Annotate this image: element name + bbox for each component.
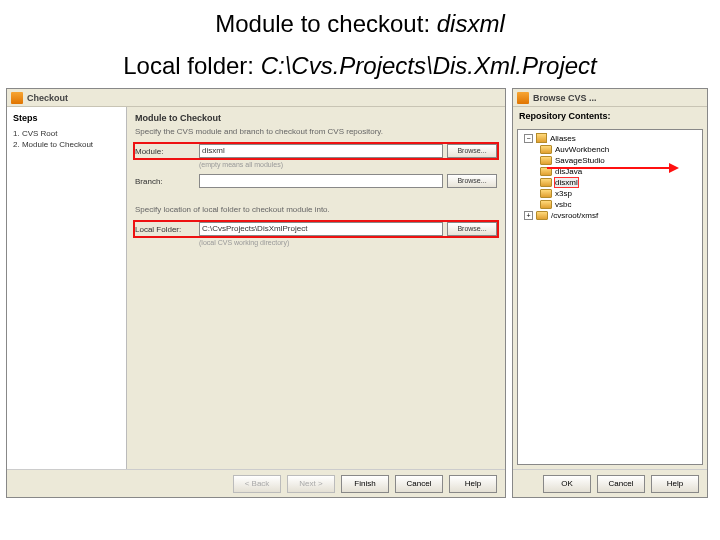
tree-item-disxml[interactable]: disxml (520, 177, 700, 188)
browse-cancel-button[interactable]: Cancel (597, 475, 645, 493)
folder-icon (540, 156, 552, 165)
tree-root[interactable]: − Aliases (520, 132, 700, 144)
branch-row: Branch: Browse... (135, 174, 497, 188)
folder-icon (536, 211, 548, 220)
browse-window: Browse CVS ... Repository Contents: − Al… (512, 88, 708, 498)
folder-hint: (local CVS working directory) (199, 239, 497, 246)
module-input[interactable]: disxml (199, 144, 443, 158)
checkout-body: Steps 1. CVS Root 2. Module to Checkout … (7, 107, 505, 469)
heading-prefix-2: Local folder: (123, 52, 260, 79)
slide-heading-line2: Local folder: C:\Cvs.Projects\Dis.Xml.Pr… (0, 42, 720, 84)
tree-label: vsbc (555, 200, 571, 209)
checkout-titlebar: Checkout (7, 89, 505, 107)
browse-body: Repository Contents: − Aliases AuvWorkbe… (513, 107, 707, 469)
help-button[interactable]: Help (449, 475, 497, 493)
branch-browse-button[interactable]: Browse... (447, 174, 497, 188)
folder-browse-button[interactable]: Browse... (447, 222, 497, 236)
module-browse-button[interactable]: Browse... (447, 144, 497, 158)
heading-value-2: C:\Cvs.Projects\Dis.Xml.Project (261, 52, 597, 79)
heading-prefix-1: Module to checkout: (215, 10, 436, 37)
browse-button-bar: OK Cancel Help (513, 469, 707, 497)
browse-title-icon (517, 92, 529, 104)
folder-label: Local Folder: (135, 225, 195, 234)
module-row: Module: disxml Browse... (135, 144, 497, 158)
browse-help-button[interactable]: Help (651, 475, 699, 493)
tree-item-x3sp[interactable]: x3sp (520, 188, 700, 199)
module-label: Module: (135, 147, 195, 156)
tree-root-label: Aliases (550, 134, 576, 143)
book-icon (536, 133, 547, 143)
branch-input[interactable] (199, 174, 443, 188)
tree-label: SavageStudio (555, 156, 605, 165)
next-button[interactable]: Next > (287, 475, 335, 493)
folder-icon (540, 178, 552, 187)
tree-label: AuvWorkbench (555, 145, 609, 154)
steps-title: Steps (13, 113, 120, 123)
checkout-window: Checkout Steps 1. CVS Root 2. Module to … (6, 88, 506, 498)
checkout-button-bar: < Back Next > Finish Cancel Help (7, 469, 505, 497)
back-button[interactable]: < Back (233, 475, 281, 493)
folder-icon (540, 145, 552, 154)
checkout-title-text: Checkout (27, 93, 68, 103)
folder-desc: Specify location of local folder to chec… (135, 205, 497, 214)
steps-panel: Steps 1. CVS Root 2. Module to Checkout (7, 107, 127, 469)
cancel-button[interactable]: Cancel (395, 475, 443, 493)
module-section-desc: Specify the CVS module and branch to che… (135, 127, 497, 136)
slide-heading-line1: Module to checkout: disxml (0, 0, 720, 42)
tree-label-selected: disxml (555, 178, 578, 187)
windows-container: Checkout Steps 1. CVS Root 2. Module to … (0, 84, 720, 502)
branch-label: Branch: (135, 177, 195, 186)
tree-bottom-label: /cvsroot/xmsf (551, 211, 598, 220)
tree-toggle-plus-icon[interactable]: + (524, 211, 533, 220)
annotation-arrow (547, 167, 677, 169)
browse-titlebar: Browse CVS ... (513, 89, 707, 107)
step-1: 1. CVS Root (13, 129, 120, 138)
folder-input[interactable]: C:\CvsProjects\DisXmlProject (199, 222, 443, 236)
heading-value-1: disxml (437, 10, 505, 37)
folder-icon (540, 200, 552, 209)
folder-row: Local Folder: C:\CvsProjects\DisXmlProje… (135, 222, 497, 236)
finish-button[interactable]: Finish (341, 475, 389, 493)
form-panel: Module to Checkout Specify the CVS modul… (127, 107, 505, 469)
tree-item-auv[interactable]: AuvWorkbench (520, 144, 700, 155)
tree-bottom[interactable]: + /cvsroot/xmsf (520, 210, 700, 221)
browse-title-text: Browse CVS ... (533, 93, 597, 103)
step-2: 2. Module to Checkout (13, 140, 120, 149)
checkout-title-icon (11, 92, 23, 104)
module-hint: (empty means all modules) (199, 161, 497, 168)
tree-toggle-minus-icon[interactable]: − (524, 134, 533, 143)
tree-label: x3sp (555, 189, 572, 198)
module-section-title: Module to Checkout (135, 113, 497, 123)
tree-item-vsbc[interactable]: vsbc (520, 199, 700, 210)
ok-button[interactable]: OK (543, 475, 591, 493)
repo-tree[interactable]: − Aliases AuvWorkbench SavageStudio disJ… (517, 129, 703, 465)
folder-icon (540, 189, 552, 198)
repo-contents-label: Repository Contents: (513, 107, 707, 125)
